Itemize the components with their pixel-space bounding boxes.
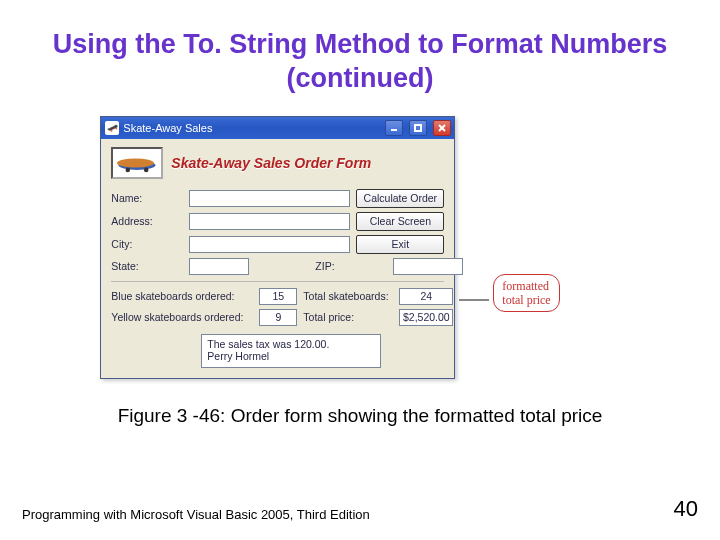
message-line1: The sales tax was 120.00.	[207, 338, 375, 351]
svg-point-5	[117, 158, 154, 167]
annotation-bubble: formatted total price	[493, 274, 559, 313]
total-sb-output: 24	[399, 288, 453, 305]
calculate-button[interactable]: Calculate Order	[356, 189, 444, 208]
total-price-output: $2,520.00	[399, 309, 453, 326]
annotation-connector	[459, 299, 489, 301]
address-input[interactable]	[189, 213, 350, 230]
form-client-area: Skate-Away Sales Order Form Name: Calcul…	[101, 139, 454, 378]
figure-caption: Figure 3 -46: Order form showing the for…	[0, 405, 720, 427]
city-label: City:	[111, 238, 183, 250]
zip-label: ZIP:	[315, 260, 387, 272]
city-input[interactable]	[189, 236, 350, 253]
page-number: 40	[674, 496, 698, 522]
yellow-input[interactable]: 9	[259, 309, 297, 326]
window-title: Skate-Away Sales	[123, 122, 379, 134]
yellow-label: Yellow skateboards ordered:	[111, 311, 253, 323]
exit-button[interactable]: Exit	[356, 235, 444, 254]
form-title: Skate-Away Sales Order Form	[171, 155, 371, 171]
maximize-button[interactable]	[409, 120, 427, 136]
message-line2: Perry Hormel	[207, 350, 375, 363]
name-input[interactable]	[189, 190, 350, 207]
annotation-text-2: total price	[502, 293, 550, 307]
clear-button[interactable]: Clear Screen	[356, 212, 444, 231]
app-icon: 🛹	[105, 121, 119, 135]
app-window: 🛹 Skate-Away Sales Skate-Away Sales Orde…	[100, 116, 455, 379]
figure: 🛹 Skate-Away Sales Skate-Away Sales Orde…	[0, 116, 690, 379]
address-label: Address:	[111, 215, 183, 227]
close-button[interactable]	[433, 120, 451, 136]
blue-input[interactable]: 15	[259, 288, 297, 305]
state-label: State:	[111, 260, 183, 272]
name-label: Name:	[111, 192, 183, 204]
message-output: The sales tax was 120.00. Perry Hormel	[201, 334, 381, 368]
form-banner: Skate-Away Sales Order Form	[111, 147, 444, 179]
blue-label: Blue skateboards ordered:	[111, 290, 253, 302]
annotation-text-1: formatted	[502, 279, 550, 293]
titlebar: 🛹 Skate-Away Sales	[101, 117, 454, 139]
svg-point-7	[144, 167, 149, 172]
footer-text: Programming with Microsoft Visual Basic …	[22, 507, 370, 522]
total-price-label: Total price:	[303, 311, 393, 323]
state-input[interactable]	[189, 258, 249, 275]
slide-footer: Programming with Microsoft Visual Basic …	[22, 496, 698, 522]
zip-input[interactable]	[393, 258, 463, 275]
minimize-button[interactable]	[385, 120, 403, 136]
slide-title: Using the To. String Method to Format Nu…	[0, 0, 720, 102]
separator	[111, 281, 444, 282]
svg-point-6	[126, 167, 131, 172]
svg-rect-1	[415, 125, 421, 131]
total-sb-label: Total skateboards:	[303, 290, 393, 302]
skateboard-icon	[111, 147, 163, 179]
